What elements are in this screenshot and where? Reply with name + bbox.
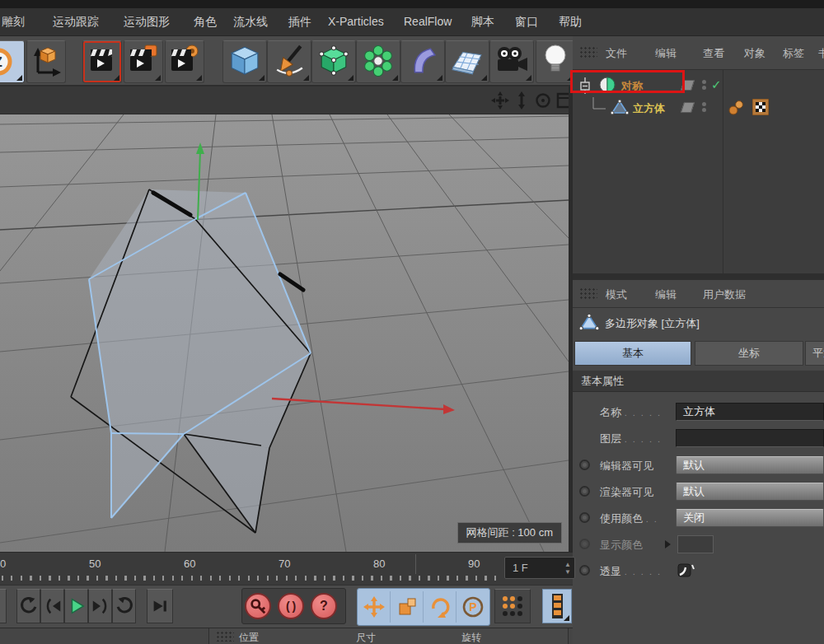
phong-tag-icon[interactable] <box>728 100 746 119</box>
am-menu-edit[interactable]: 编辑 <box>655 287 677 302</box>
horizontal-splitter[interactable] <box>573 273 824 280</box>
om-menu-tag[interactable]: 标签 <box>783 46 804 61</box>
bend-icon <box>407 44 438 80</box>
om-menu-edit[interactable]: 编辑 <box>655 46 677 61</box>
keying-dots-button[interactable] <box>494 589 531 623</box>
menu-window[interactable]: 窗口 <box>515 15 538 30</box>
previous-key-button[interactable] <box>40 589 64 623</box>
menu-sculpt[interactable]: 雕刻 <box>2 15 25 30</box>
menu-mograph[interactable]: 运动图形 <box>124 15 170 30</box>
visibility-dots-icon[interactable] <box>702 100 707 113</box>
grip-icon[interactable] <box>579 46 597 59</box>
floor-object-button[interactable] <box>445 40 489 83</box>
menu-help[interactable]: 帮助 <box>559 15 582 30</box>
renderer-visibility-dropdown[interactable]: 默认 <box>676 483 824 501</box>
current-frame-marker[interactable] <box>415 554 416 574</box>
record-scale-button[interactable] <box>391 591 424 623</box>
animation-clapper-button-2[interactable] <box>124 40 163 83</box>
transport-partial-button[interactable] <box>0 589 7 623</box>
om-menu-bookmark[interactable]: 书签 <box>818 46 824 61</box>
am-menu-mode[interactable]: 模式 <box>606 287 627 302</box>
record-position-button[interactable] <box>358 591 391 623</box>
menu-pipeline[interactable]: 流水线 <box>233 15 268 30</box>
editor-visibility-dropdown[interactable]: 默认 <box>676 456 824 474</box>
keyframe-circle-icon[interactable] <box>579 512 590 523</box>
object-manager: 对称 ✓ 立方体 <box>573 70 824 273</box>
polygon-selection-tag-icon[interactable] <box>752 99 769 119</box>
keyframe-mode-button[interactable]: ? <box>311 593 337 619</box>
play-button[interactable] <box>64 589 88 623</box>
attribute-manager-menubar: 模式 编辑 用户数据 <box>573 280 824 308</box>
record-keyframe-button[interactable] <box>245 593 271 619</box>
cube-primitive-button[interactable] <box>222 40 267 83</box>
menu-script[interactable]: 脚本 <box>471 15 494 30</box>
grip-icon[interactable] <box>579 287 597 301</box>
keyframe-circle-icon[interactable] <box>579 539 590 549</box>
am-menu-userdata[interactable]: 用户数据 <box>703 287 746 302</box>
use-color-dropdown[interactable]: 关闭 <box>676 509 824 527</box>
display-color-swatch[interactable] <box>677 535 714 553</box>
viewport-canvas <box>0 114 569 552</box>
timeline-ruler[interactable]: 0 50 60 70 80 90 1 F ▲▼ <box>0 552 573 585</box>
spinner-arrows-icon[interactable]: ▲▼ <box>564 561 571 576</box>
undo-z-button[interactable]: Z <box>0 40 25 83</box>
camera-button[interactable] <box>489 40 534 83</box>
menu-motion-track[interactable]: 运动跟踪 <box>53 15 99 30</box>
tab-phong[interactable]: 平滑着色 <box>805 341 824 366</box>
keyframe-circle-icon[interactable] <box>579 460 590 470</box>
array-generator-button[interactable] <box>356 40 400 83</box>
question-icon: ? <box>320 599 328 614</box>
record-channels-group: P <box>357 588 490 626</box>
expand-arrow-icon[interactable] <box>665 540 671 548</box>
coordinates-header-segment: 位置 尺寸 旋转 <box>208 628 569 644</box>
animation-clapper-button-3[interactable] <box>165 40 204 83</box>
svg-text:Z: Z <box>0 55 2 69</box>
pen-spline-button[interactable] <box>267 40 311 83</box>
rotate-icon[interactable] <box>534 91 552 110</box>
viewport[interactable]: 网格间距 : 100 cm <box>0 86 569 552</box>
enabled-check-icon[interactable]: ✓ <box>711 77 722 92</box>
tab-basic[interactable]: 基本 <box>574 341 691 366</box>
key-icon <box>249 597 267 615</box>
om-menu-object[interactable]: 对象 <box>744 46 765 61</box>
layer-icon[interactable] <box>681 102 695 113</box>
menu-character[interactable]: 角色 <box>194 15 217 30</box>
om-object-name[interactable]: 立方体 <box>633 101 665 116</box>
go-to-end-button[interactable] <box>112 589 136 623</box>
next-key-button[interactable] <box>88 589 112 623</box>
play-to-end-button[interactable] <box>147 589 173 623</box>
show-animation-button[interactable] <box>542 589 572 623</box>
dotted-leader: . . <box>646 514 658 524</box>
grip-icon[interactable] <box>216 631 234 642</box>
om-row-cube[interactable]: 立方体 <box>573 97 824 119</box>
record-rotation-button[interactable] <box>424 591 456 623</box>
keyframe-circle-icon[interactable] <box>579 565 590 576</box>
field-label: 显示颜色 <box>600 538 643 553</box>
tab-coordinates[interactable]: 坐标 <box>695 341 803 366</box>
dolly-icon[interactable] <box>513 91 531 110</box>
xray-checkbox[interactable] <box>677 562 695 582</box>
coordinate-axes-button[interactable] <box>26 40 66 83</box>
layer-input[interactable] <box>676 429 824 447</box>
pan-icon[interactable] <box>491 91 509 110</box>
record-parameter-button[interactable]: P <box>456 591 489 623</box>
menu-realflow[interactable]: RealFlow <box>404 15 452 28</box>
make-editable-button[interactable] <box>311 40 356 83</box>
annotation-highlight-box <box>570 70 685 93</box>
animation-clapper-button-1[interactable] <box>82 40 122 83</box>
om-menu-file[interactable]: 文件 <box>606 46 627 61</box>
om-menu-view[interactable]: 查看 <box>703 46 724 61</box>
go-to-start-button[interactable] <box>16 589 40 623</box>
light-button[interactable] <box>536 40 575 83</box>
autokeying-button[interactable]: ( ) <box>278 593 304 619</box>
visibility-dots-icon[interactable] <box>702 78 707 91</box>
bend-deformer-button[interactable] <box>400 40 445 83</box>
window-top-strip <box>0 0 824 8</box>
name-input[interactable]: 立方体 <box>676 403 824 421</box>
tick-label: 50 <box>89 558 101 570</box>
coord-header-position: 位置 <box>239 631 259 644</box>
keyframe-circle-icon[interactable] <box>579 486 590 497</box>
menu-xparticles[interactable]: X-Particles <box>328 15 384 28</box>
current-frame-field[interactable]: 1 F ▲▼ <box>504 557 575 579</box>
menu-plugins[interactable]: 插件 <box>288 15 311 30</box>
